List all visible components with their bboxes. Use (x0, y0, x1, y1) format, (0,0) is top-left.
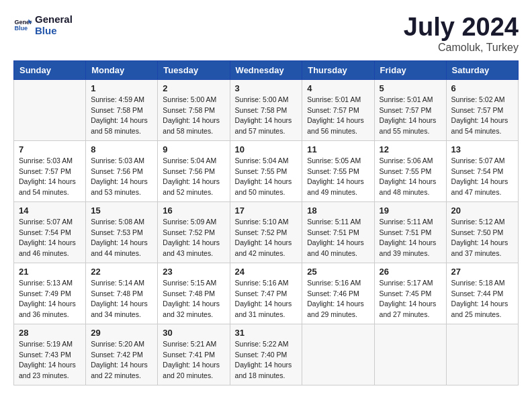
cell-sun-info: Sunrise: 5:10 AMSunset: 7:52 PMDaylight:… (235, 217, 298, 259)
cell-sun-info: Sunrise: 5:21 AMSunset: 7:41 PMDaylight:… (163, 339, 224, 381)
calendar-cell: 15Sunrise: 5:08 AMSunset: 7:53 PMDayligh… (86, 201, 158, 263)
day-number: 31 (235, 328, 298, 338)
day-number: 22 (91, 267, 152, 277)
calendar-cell: 13Sunrise: 5:07 AMSunset: 7:54 PMDayligh… (446, 140, 518, 201)
cell-sun-info: Sunrise: 5:00 AMSunset: 7:58 PMDaylight:… (235, 95, 298, 137)
day-number: 16 (163, 205, 224, 216)
calendar-cell: 23Sunrise: 5:15 AMSunset: 7:48 PMDayligh… (158, 263, 230, 324)
calendar-cell: 26Sunrise: 5:17 AMSunset: 7:45 PMDayligh… (374, 263, 446, 324)
calendar-cell (14, 79, 86, 140)
cell-sun-info: Sunrise: 5:11 AMSunset: 7:51 PMDaylight:… (307, 217, 369, 259)
cell-sun-info: Sunrise: 5:03 AMSunset: 7:56 PMDaylight:… (91, 156, 152, 198)
calendar-cell: 30Sunrise: 5:21 AMSunset: 7:41 PMDayligh… (158, 324, 230, 385)
cell-sun-info: Sunrise: 5:12 AMSunset: 7:50 PMDaylight:… (451, 217, 513, 259)
calendar-cell: 16Sunrise: 5:09 AMSunset: 7:52 PMDayligh… (158, 201, 230, 263)
cell-sun-info: Sunrise: 5:20 AMSunset: 7:42 PMDaylight:… (91, 339, 152, 381)
header: General Blue General Blue July 2024 Camo… (13, 13, 519, 54)
day-number: 14 (19, 205, 81, 216)
calendar-cell: 27Sunrise: 5:18 AMSunset: 7:44 PMDayligh… (446, 263, 518, 324)
cell-sun-info: Sunrise: 5:09 AMSunset: 7:52 PMDaylight:… (163, 217, 224, 259)
day-number: 29 (91, 328, 152, 338)
cell-sun-info: Sunrise: 5:04 AMSunset: 7:56 PMDaylight:… (163, 156, 224, 198)
calendar-table: SundayMondayTuesdayWednesdayThursdayFrid… (13, 60, 519, 385)
cell-sun-info: Sunrise: 5:07 AMSunset: 7:54 PMDaylight:… (19, 217, 81, 259)
day-number: 10 (235, 144, 298, 154)
cell-sun-info: Sunrise: 5:15 AMSunset: 7:48 PMDaylight:… (163, 278, 224, 320)
day-number: 7 (19, 144, 81, 154)
day-number: 2 (163, 83, 224, 93)
day-number: 18 (307, 205, 369, 216)
day-header-wednesday: Wednesday (230, 60, 302, 79)
day-number: 21 (19, 267, 81, 277)
day-number: 3 (235, 83, 298, 93)
cell-sun-info: Sunrise: 5:01 AMSunset: 7:57 PMDaylight:… (380, 95, 441, 137)
title-area: July 2024 Camoluk, Turkey (404, 13, 519, 54)
svg-text:Blue: Blue (14, 26, 28, 32)
calendar-cell: 3Sunrise: 5:00 AMSunset: 7:58 PMDaylight… (230, 79, 302, 140)
logo: General Blue General Blue (13, 13, 73, 37)
calendar-cell: 9Sunrise: 5:04 AMSunset: 7:56 PMDaylight… (158, 140, 230, 201)
cell-sun-info: Sunrise: 5:00 AMSunset: 7:58 PMDaylight:… (163, 95, 224, 137)
cell-sun-info: Sunrise: 5:02 AMSunset: 7:57 PMDaylight:… (451, 95, 513, 137)
day-number: 23 (163, 267, 224, 277)
day-number: 24 (235, 267, 298, 277)
logo-general: General (35, 13, 73, 25)
cell-sun-info: Sunrise: 5:19 AMSunset: 7:43 PMDaylight:… (19, 339, 81, 381)
day-number: 20 (451, 205, 513, 216)
cell-sun-info: Sunrise: 5:22 AMSunset: 7:40 PMDaylight:… (235, 339, 298, 381)
calendar-cell: 7Sunrise: 5:03 AMSunset: 7:57 PMDaylight… (14, 140, 86, 201)
calendar-cell (302, 324, 374, 385)
day-number: 30 (163, 328, 224, 338)
day-number: 28 (19, 328, 81, 338)
calendar-cell (446, 324, 518, 385)
calendar-cell: 6Sunrise: 5:02 AMSunset: 7:57 PMDaylight… (446, 79, 518, 140)
calendar-cell: 11Sunrise: 5:05 AMSunset: 7:55 PMDayligh… (302, 140, 374, 201)
day-number: 15 (91, 205, 152, 216)
day-number: 6 (451, 83, 513, 93)
day-header-friday: Friday (374, 60, 446, 79)
cell-sun-info: Sunrise: 5:14 AMSunset: 7:48 PMDaylight:… (91, 278, 152, 320)
calendar-cell: 28Sunrise: 5:19 AMSunset: 7:43 PMDayligh… (14, 324, 86, 385)
cell-sun-info: Sunrise: 5:06 AMSunset: 7:55 PMDaylight:… (380, 156, 441, 198)
calendar-cell: 5Sunrise: 5:01 AMSunset: 7:57 PMDaylight… (374, 79, 446, 140)
cell-sun-info: Sunrise: 5:07 AMSunset: 7:54 PMDaylight:… (451, 156, 513, 198)
day-number: 17 (235, 205, 298, 216)
calendar-cell: 22Sunrise: 5:14 AMSunset: 7:48 PMDayligh… (86, 263, 158, 324)
calendar-week-row: 1Sunrise: 4:59 AMSunset: 7:58 PMDaylight… (14, 79, 519, 140)
day-number: 9 (163, 144, 224, 154)
cell-sun-info: Sunrise: 5:16 AMSunset: 7:46 PMDaylight:… (307, 278, 369, 320)
calendar-cell: 20Sunrise: 5:12 AMSunset: 7:50 PMDayligh… (446, 201, 518, 263)
day-number: 11 (307, 144, 369, 154)
calendar-cell: 1Sunrise: 4:59 AMSunset: 7:58 PMDaylight… (86, 79, 158, 140)
logo-icon: General Blue (13, 15, 32, 34)
calendar-week-row: 21Sunrise: 5:13 AMSunset: 7:49 PMDayligh… (14, 263, 519, 324)
cell-sun-info: Sunrise: 5:11 AMSunset: 7:51 PMDaylight:… (380, 217, 441, 259)
calendar-cell: 25Sunrise: 5:16 AMSunset: 7:46 PMDayligh… (302, 263, 374, 324)
calendar-cell: 14Sunrise: 5:07 AMSunset: 7:54 PMDayligh… (14, 201, 86, 263)
cell-sun-info: Sunrise: 5:17 AMSunset: 7:45 PMDaylight:… (380, 278, 441, 320)
day-header-monday: Monday (86, 60, 158, 79)
calendar-week-row: 28Sunrise: 5:19 AMSunset: 7:43 PMDayligh… (14, 324, 519, 385)
cell-sun-info: Sunrise: 5:13 AMSunset: 7:49 PMDaylight:… (19, 278, 81, 320)
calendar-cell: 21Sunrise: 5:13 AMSunset: 7:49 PMDayligh… (14, 263, 86, 324)
cell-sun-info: Sunrise: 5:08 AMSunset: 7:53 PMDaylight:… (91, 217, 152, 259)
day-number: 13 (451, 144, 513, 154)
calendar-cell (374, 324, 446, 385)
page-subtitle: Camoluk, Turkey (404, 42, 519, 54)
day-header-tuesday: Tuesday (158, 60, 230, 79)
calendar-cell: 19Sunrise: 5:11 AMSunset: 7:51 PMDayligh… (374, 201, 446, 263)
calendar-cell: 12Sunrise: 5:06 AMSunset: 7:55 PMDayligh… (374, 140, 446, 201)
day-header-sunday: Sunday (14, 60, 86, 79)
calendar-cell: 4Sunrise: 5:01 AMSunset: 7:57 PMDaylight… (302, 79, 374, 140)
calendar-cell: 24Sunrise: 5:16 AMSunset: 7:47 PMDayligh… (230, 263, 302, 324)
day-number: 4 (307, 83, 369, 93)
cell-sun-info: Sunrise: 5:01 AMSunset: 7:57 PMDaylight:… (307, 95, 369, 137)
calendar-cell: 29Sunrise: 5:20 AMSunset: 7:42 PMDayligh… (86, 324, 158, 385)
calendar-cell: 2Sunrise: 5:00 AMSunset: 7:58 PMDaylight… (158, 79, 230, 140)
day-number: 27 (451, 267, 513, 277)
calendar-cell: 18Sunrise: 5:11 AMSunset: 7:51 PMDayligh… (302, 201, 374, 263)
calendar-cell: 10Sunrise: 5:04 AMSunset: 7:55 PMDayligh… (230, 140, 302, 201)
page-title: July 2024 (404, 13, 519, 42)
calendar-week-row: 7Sunrise: 5:03 AMSunset: 7:57 PMDaylight… (14, 140, 519, 201)
day-header-saturday: Saturday (446, 60, 518, 79)
